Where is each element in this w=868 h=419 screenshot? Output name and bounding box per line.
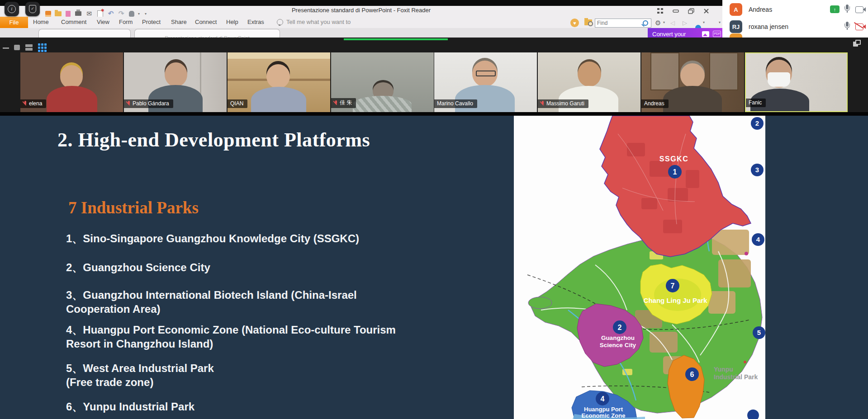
menu-share[interactable]: Share: [171, 19, 187, 25]
list-item: 5、West Area Industrial Park (Free trade …: [66, 361, 214, 389]
video-tile[interactable]: Pablo Gándara: [124, 52, 227, 112]
document-icon: [66, 11, 71, 17]
screen: Presentazione standard di PowerPoint - F…: [0, 0, 868, 419]
back-arrow-icon[interactable]: ◁: [670, 19, 675, 26]
svg-text:1: 1: [673, 168, 677, 176]
document-tab-1[interactable]: [38, 29, 131, 38]
slide-heading: 7 Industrial Parks: [68, 198, 199, 217]
search-magnifier-icon[interactable]: [643, 20, 648, 26]
list-item: 3、Guangzhou International Biotech Island…: [66, 288, 357, 316]
guangzhou-zoning-map: SSGKC Chang Ling Ju Park Guangzhou Scien…: [514, 116, 765, 419]
strip-view-icon[interactable]: [25, 44, 33, 51]
participant-row[interactable]: RJ roxana jensen: [722, 18, 868, 35]
bell-caret[interactable]: ▾: [703, 20, 705, 24]
video-tile[interactable]: 佳 朱: [331, 52, 434, 112]
restore-button[interactable]: [688, 8, 694, 14]
menu-form[interactable]: Form: [119, 19, 133, 25]
participant-name: Andreas: [749, 6, 772, 13]
map-label-huangpu-2: Economic Zone: [582, 412, 626, 419]
close-button[interactable]: [703, 8, 710, 14]
svg-text:2: 2: [618, 324, 622, 331]
mic-icon[interactable]: [844, 22, 851, 31]
side-marker-5: 5: [753, 326, 765, 339]
menu-connect[interactable]: Connect: [195, 19, 217, 25]
printer-icon: [75, 11, 81, 16]
gear-caret[interactable]: ▾: [663, 20, 665, 24]
map-marker-1: 1: [668, 165, 682, 179]
strip-minimize-icon[interactable]: [3, 47, 9, 49]
muted-mic-icon: [23, 101, 27, 106]
video-tile[interactable]: Andreas: [641, 52, 744, 112]
menu-home[interactable]: Home: [33, 19, 49, 25]
svg-text:4: 4: [601, 395, 605, 403]
svg-text:3: 3: [755, 166, 759, 174]
map-label-ssgkc: SSGKC: [659, 155, 688, 163]
menu-help[interactable]: Help: [226, 19, 238, 25]
account-caret[interactable]: ▾: [719, 20, 721, 24]
minimize-button[interactable]: [672, 8, 679, 14]
find-input[interactable]: [595, 20, 643, 26]
menu-file[interactable]: File: [0, 17, 28, 28]
list-item: 4、Huangpu Port Economic Zone (National E…: [66, 323, 396, 351]
document-tab-2[interactable]: Presentazione standard di PowerPoint: [134, 29, 280, 38]
strip-slide-divider: [0, 112, 868, 116]
lightbulb-icon: [277, 19, 283, 25]
avatar: A: [730, 3, 742, 16]
svg-text:4: 4: [756, 235, 760, 243]
desktop-top-strip: [0, 0, 722, 6]
menu-protect[interactable]: Protect: [142, 19, 161, 25]
participants-panel: A Andreas ↑ RJ roxana jensen: [722, 0, 868, 38]
video-tile[interactable]: elena: [20, 52, 123, 112]
avatar: RJ: [730, 20, 742, 33]
map-marker-4: 4: [596, 392, 609, 405]
side-marker-4: 4: [752, 233, 764, 246]
participant-name: roxana jensen: [749, 23, 788, 30]
gallery-view-grid-icon[interactable]: [38, 43, 47, 52]
video-tile[interactable]: QIAN: [228, 52, 330, 112]
info-overlay-button[interactable]: i: [5, 2, 19, 16]
video-tile[interactable]: Marino Cavallo: [434, 52, 537, 112]
tell-me-search[interactable]: Tell me what you want to: [286, 19, 351, 25]
video-tile-active-speaker[interactable]: Fanic: [745, 52, 848, 112]
screen-share-badge: ↑: [830, 5, 840, 13]
slide-title: 2. High-end Development Platforms: [57, 128, 370, 151]
map-marker-6: 6: [685, 367, 699, 381]
participant-row[interactable]: A Andreas ↑: [722, 1, 868, 18]
video-tile[interactable]: Massimo Garuti: [538, 52, 640, 112]
side-marker-2: 2: [751, 117, 764, 130]
menu-comment[interactable]: Comment: [61, 19, 86, 25]
fullscreen-grid-icon[interactable]: [657, 8, 664, 14]
svg-text:7: 7: [671, 282, 675, 290]
side-marker-3: 3: [751, 164, 764, 176]
shield-check-icon: ✓: [29, 5, 36, 13]
gear-icon[interactable]: ⚙: [655, 19, 661, 27]
find-box[interactable]: [595, 19, 651, 28]
image-icon: [702, 31, 709, 37]
tile-name: Massimo Garuti: [546, 100, 584, 107]
forward-arrow-icon[interactable]: ▷: [683, 19, 687, 26]
shield-overlay-button[interactable]: ✓: [25, 2, 40, 16]
folder-search-icon[interactable]: [584, 19, 592, 25]
camera-off-icon[interactable]: [855, 24, 866, 30]
tile-name: elena: [29, 100, 42, 107]
map-marker-2: 2: [613, 320, 626, 334]
envelope-icon: ✉: [86, 10, 92, 17]
svg-text:5: 5: [757, 329, 761, 336]
pop-out-icon[interactable]: [853, 40, 861, 47]
heart-icon[interactable]: ♥: [570, 19, 579, 27]
mic-icon[interactable]: [844, 5, 851, 14]
map-label-science-2: Science City: [600, 342, 636, 348]
menu-view[interactable]: View: [97, 19, 109, 25]
speaker-view-icon[interactable]: [14, 45, 20, 50]
map-label-yunpu-2: Industrial Park: [714, 373, 758, 381]
tile-name: Andreas: [644, 100, 664, 107]
map-marker-7: 7: [666, 279, 679, 292]
save-icon: [45, 11, 51, 17]
menu-extras[interactable]: Extras: [247, 19, 264, 25]
camera-icon[interactable]: [855, 6, 866, 13]
list-item: 6、Yunpu Industrial Park: [66, 400, 194, 414]
map-label-changlingju: Chang Ling Ju Park: [644, 297, 708, 304]
map-label-science-1: Guangzhou: [601, 334, 635, 341]
avatar: [730, 33, 742, 38]
list-item: 1、Sino-Singapore Guangzhou Knowledge Cit…: [66, 231, 359, 245]
